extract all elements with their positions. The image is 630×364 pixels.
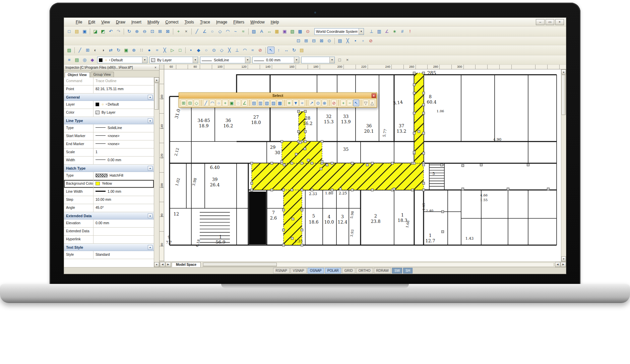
zoom-1-1-button[interactable]: ⊡ [149, 28, 156, 35]
lineweight-combo[interactable]: 0.00 mm ▼ [252, 57, 299, 63]
menu-modify[interactable]: Modify [144, 19, 162, 25]
prop-value[interactable]: ☼◑Default [93, 101, 154, 109]
layer-manager-button[interactable]: ≡ [66, 56, 73, 63]
linetype-combo[interactable]: SolidLine ▼ [200, 57, 250, 63]
menu-correct[interactable]: Correct [162, 19, 181, 25]
menu-help[interactable]: Help [268, 19, 282, 25]
chevron-down-icon[interactable]: ▼ [142, 57, 147, 63]
raster-snap-center-button[interactable]: ⊙ [326, 37, 333, 44]
menu-image[interactable]: Image [213, 19, 230, 25]
insert-block-button[interactable]: ▣ [281, 28, 288, 35]
menu-edit[interactable]: Edit [85, 19, 98, 25]
select-polygon-button[interactable]: ◇ [194, 100, 199, 106]
despeckle-button[interactable]: ∷ [138, 47, 145, 54]
section-collapse-icon[interactable]: ▲ [148, 118, 152, 123]
add-selection-button[interactable]: + [340, 100, 346, 106]
select-inside-button[interactable]: ⊙ [315, 100, 321, 106]
status-toggle-grid[interactable]: GRID [342, 268, 355, 274]
zoom-window-button[interactable]: ⊞ [156, 28, 164, 35]
select-fence-button[interactable]: ∠ [242, 100, 247, 106]
minimize-button[interactable]: – [536, 19, 545, 25]
raster-snap-nearest-button[interactable]: ▫ [360, 37, 367, 44]
chevron-down-icon[interactable]: ▼ [245, 57, 250, 63]
tab-object-view[interactable]: Object View [65, 72, 90, 77]
export-raster-button[interactable]: ◩ [100, 28, 107, 35]
thin-lines-button[interactable]: ╳ [161, 47, 168, 54]
raster-fence-button[interactable]: ▨ [270, 100, 276, 106]
raster-snap-corner-button[interactable]: ⊠ [318, 37, 325, 44]
snap-intersection-button[interactable]: ╳ [226, 47, 233, 54]
draw-arc-button[interactable]: ◠ [224, 28, 231, 35]
chevron-down-icon[interactable]: ▼ [294, 57, 299, 63]
draw-spline-button[interactable]: ~ [232, 28, 239, 35]
layer-isolate-button[interactable]: ◎ [81, 56, 88, 63]
menu-tools[interactable]: Tools [182, 19, 197, 25]
raster-area-button[interactable]: ▩ [297, 28, 304, 35]
snap-center-button[interactable]: ○ [203, 47, 210, 54]
binarize-button[interactable]: ◐ [92, 47, 99, 54]
scroll-up-icon[interactable]: ▲ [561, 69, 566, 74]
layer-combo[interactable]: ☼ ◑ Default ▼ [97, 57, 147, 63]
mirror-raster-button[interactable]: ⇄ [107, 47, 114, 54]
style-combo[interactable]: ▼ [301, 57, 335, 63]
snap-endpoint-button[interactable]: ▪ [187, 47, 194, 54]
pick-area-button[interactable]: ▣ [229, 100, 235, 106]
table-button[interactable]: ▦ [273, 28, 280, 35]
crop-raster-button[interactable]: ▣ [123, 47, 130, 54]
cursor-select-button[interactable]: ↖ [353, 100, 359, 106]
raster-snap-mid-button[interactable]: ⊟ [310, 37, 317, 44]
prop-value[interactable] [93, 236, 154, 243]
select-by-color-button[interactable]: ▼ [293, 100, 299, 106]
prop-value[interactable]: Yellow [93, 180, 154, 188]
prop-value[interactable]: Standard [93, 251, 154, 259]
save-button[interactable]: ▣ [81, 28, 88, 35]
coordinate-system-combo[interactable]: World Coordinate System ▼ [314, 28, 364, 35]
prop-value[interactable]: 82.16, 175.11 mm [93, 85, 154, 93]
import-raster-button[interactable]: ◪ [92, 28, 99, 35]
cursor-select-button[interactable]: ↖ [267, 47, 274, 54]
raster-all-button[interactable]: ▩ [277, 100, 282, 106]
snap-nearest-button[interactable]: ≈ [249, 47, 256, 54]
undo-button[interactable]: ↶ [107, 28, 114, 35]
pick-point-button[interactable]: + [222, 100, 228, 106]
horizontal-scrollbar[interactable] [202, 262, 554, 267]
rotate-tool-button[interactable]: ↻ [291, 47, 298, 54]
prop-value[interactable]: Trace Outline [93, 77, 154, 85]
prop-value[interactable]: <none> [93, 140, 154, 148]
knife-button[interactable]: × [183, 28, 190, 35]
dimension-button[interactable]: ↔ [266, 28, 273, 35]
section-collapse-icon[interactable]: ▲ [148, 214, 152, 218]
tab-group-view[interactable]: Group View [90, 72, 114, 77]
select-window-button[interactable]: ⊞ [181, 100, 186, 106]
snap-node-button[interactable]: ⊙ [210, 47, 217, 54]
pick-circle-button[interactable]: ○ [216, 100, 222, 106]
snap-none-button[interactable]: ⊘ [257, 47, 264, 54]
menu-insert[interactable]: Insert [128, 19, 144, 25]
select-toolbar-titlebar[interactable]: Select × [179, 93, 377, 99]
raster-operations-button[interactable]: ▨ [66, 47, 73, 54]
inspector-close-icon[interactable]: × [153, 65, 158, 70]
section-collapse-icon[interactable]: ▲ [148, 245, 152, 250]
select-crossing-button[interactable]: ⊟ [187, 100, 193, 106]
save-selection-button[interactable]: ▽ [363, 100, 369, 106]
deskew-button[interactable]: ╱ [76, 47, 83, 54]
layer-states-button[interactable]: ▤ [73, 56, 80, 63]
raster-snap-intersect-button[interactable]: ╳ [344, 37, 351, 44]
text-button[interactable]: A [258, 28, 265, 35]
chevron-down-icon[interactable]: ▼ [329, 57, 334, 63]
warning-button[interactable]: ! [406, 28, 414, 35]
select-by-width-button[interactable]: ≡ [287, 100, 292, 106]
move-tool-button[interactable]: ↔ [283, 47, 290, 54]
redo-button[interactable]: ↷ [115, 28, 122, 35]
raster-window-button[interactable]: ▤ [251, 100, 257, 106]
prop-value[interactable]: 1 [93, 148, 154, 156]
prop-value[interactable]: By Layer [93, 109, 154, 117]
prop-value[interactable]: 0.00 mm [93, 157, 154, 164]
load-selection-button[interactable]: △ [369, 100, 375, 106]
menu-window[interactable]: Window [247, 19, 268, 25]
smooth-raster-button[interactable]: ≈ [153, 47, 161, 54]
zoom-out-button[interactable]: ⊖ [141, 28, 148, 35]
pick-arc-button[interactable]: ◠ [209, 100, 215, 106]
snap-tangent-button[interactable]: ◠ [241, 47, 248, 54]
smart-trace-button[interactable]: ↗ [309, 100, 314, 106]
